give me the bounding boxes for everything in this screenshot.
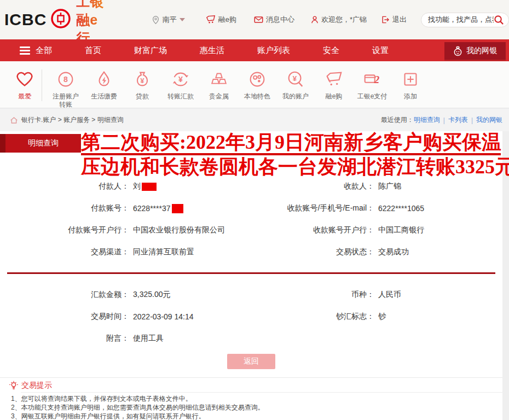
- tips-header: 交易提示: [0, 378, 502, 393]
- main-nav: 全部 首页 财富广场 惠生活 账户列表 安全 设置 我的网银: [0, 39, 509, 61]
- loan-icon: ¥: [132, 68, 153, 90]
- my-ebank-ribbon[interactable]: 我的网银: [444, 42, 506, 60]
- toolbar-divider: [42, 69, 42, 101]
- location-pin-icon: [152, 15, 160, 25]
- channel-label: 交易渠道：: [0, 247, 129, 257]
- payee-bank-label: 收款账号开户行：: [281, 225, 374, 235]
- e-mall-link[interactable]: 融e购: [206, 15, 236, 25]
- quick-item-e-pay[interactable]: 2 工银e支付: [353, 68, 391, 101]
- back-button[interactable]: 返回: [227, 354, 275, 369]
- quick-item-label: 转账汇款: [165, 92, 196, 101]
- link-separator: |: [443, 116, 445, 124]
- channel-value: 同业清算互联前置: [129, 247, 281, 257]
- payer-account-value: 6228****37: [129, 204, 281, 213]
- recent-link-detail-query[interactable]: 明细查询: [414, 115, 440, 125]
- row-time-cashflag: 交易时间： 2022-03-09 14:14 钞汇标志： 钞: [0, 306, 502, 328]
- location-label: 南平: [163, 15, 177, 25]
- currency-label: 币种：: [281, 290, 374, 300]
- local-feature-icon: [247, 68, 268, 90]
- nav-item-life[interactable]: 惠生活: [200, 45, 224, 56]
- quick-item-label: 注册账户转账: [50, 92, 82, 109]
- payer-bank-value: 中国农业银行股份有限公司: [129, 225, 281, 235]
- tips-item: 1、您可以将查询结果下载，并保存到文本或电子表格文件中。: [11, 395, 497, 403]
- quick-item-favorites[interactable]: 最爱: [9, 68, 41, 101]
- welcome-user[interactable]: 欢迎您，*广锦: [311, 15, 367, 25]
- my-ebank-label: 我的网银: [466, 46, 497, 56]
- payee-bank-value: 中国工商银行: [374, 225, 502, 235]
- row-payer-payee: 付款人： 刘 收款人： 陈广锦: [0, 176, 502, 197]
- logout-link[interactable]: 退出: [381, 15, 407, 25]
- logout-label: 退出: [392, 15, 407, 25]
- nav-item-security[interactable]: 安全: [323, 45, 339, 56]
- precious-metal-icon: [209, 68, 229, 90]
- amount-value: 3,325.00元: [129, 290, 281, 300]
- tips-section: 交易提示 1、您可以将查询结果下载，并保存到文本或电子表格文件中。 2、本功能只…: [0, 377, 502, 420]
- quick-item-register-transfer[interactable]: 8 注册账户转账: [47, 68, 85, 109]
- payee-account-label: 收款账号/手机号/E-mail：: [281, 203, 374, 213]
- button-row: 返回: [0, 354, 502, 369]
- my-account-icon: ¥: [285, 68, 306, 90]
- transfer-remit-icon: ¥: [170, 68, 191, 90]
- row-amount-currency: 汇款金额： 3,325.00元 币种： 人民币: [0, 284, 502, 306]
- quick-item-label: 本地特色: [241, 92, 273, 101]
- recent-link-card-list[interactable]: 卡列表: [448, 115, 468, 125]
- quick-item-local-feature[interactable]: 本地特色: [238, 68, 276, 101]
- nav-item-settings[interactable]: 设置: [372, 45, 389, 56]
- tab-accent-strip: [0, 134, 5, 153]
- icbc-online-banking-page: ICBC 工银融e行 南平 融e购: [0, 0, 509, 420]
- quick-item-label: 添加: [395, 92, 426, 101]
- search-input[interactable]: [428, 16, 494, 24]
- section-divider: [7, 272, 495, 274]
- quick-item-e-mall[interactable]: 融e购: [315, 68, 353, 101]
- quick-item-life-payment[interactable]: 生活缴费: [85, 68, 123, 101]
- message-center-link[interactable]: 消息中心: [254, 15, 294, 25]
- currency-value: 人民币: [374, 290, 502, 300]
- nav-item-all[interactable]: 全部: [36, 45, 52, 56]
- payer-account-label: 付款账号：: [0, 203, 129, 213]
- status-label: 交易状态：: [281, 247, 374, 257]
- bulb-icon: [9, 381, 19, 390]
- menu-hamburger-icon[interactable]: [20, 45, 30, 56]
- quick-item-transfer-remit[interactable]: ¥ 转账汇款: [161, 68, 200, 101]
- quick-item-my-account[interactable]: ¥ 我的账户: [276, 68, 315, 101]
- time-value: 2022-03-09 14:14: [129, 312, 281, 321]
- search-box[interactable]: [421, 13, 509, 27]
- register-transfer-icon: 8: [55, 68, 76, 90]
- quick-toolbar: 最爱 8 注册账户转账 生活缴费 ¥ 贷款 ¥ 转账汇款: [0, 61, 509, 108]
- breadcrumb: 银行卡.账户 > 账户服务 > 明细查询: [21, 115, 124, 125]
- row-channel-status: 交易渠道： 同业清算互联前置 交易状态： 交易成功: [0, 241, 502, 263]
- tab-detail-query[interactable]: 明细查询: [5, 134, 81, 153]
- payer-label: 付款人：: [0, 182, 129, 191]
- recent-used: 最近使用： 明细查询 | 卡列表 | 我的网银: [381, 115, 502, 125]
- svg-text:2: 2: [374, 74, 380, 85]
- row-accounts: 付款账号： 6228****37 收款账号/手机号/E-mail： 6222**…: [0, 197, 502, 219]
- icbc-logo-text: ICBC: [4, 10, 47, 29]
- redaction-block: [142, 183, 157, 191]
- transaction-detail-form: 付款人： 刘 收款人： 陈广锦 付款账号： 6228****37 收款账号/手机…: [0, 176, 502, 369]
- e-pay-icon: 2: [362, 68, 383, 90]
- heart-icon: [14, 68, 35, 90]
- payer-value: 刘: [129, 182, 281, 191]
- search-icon[interactable]: [494, 15, 504, 25]
- nav-item-wealth[interactable]: 财富广场: [134, 45, 167, 56]
- icbc-emblem-icon: [50, 8, 72, 32]
- breadcrumb-bar: 银行卡.账户 > 账户服务 > 明细查询 最近使用： 明细查询 | 卡列表 | …: [0, 109, 509, 131]
- detail-query-panel: 明细查询 第二次购买:2022年3月9日河南新乡客户购买保温 压边机和长款卷圆机…: [0, 131, 502, 420]
- quick-item-add[interactable]: 添加: [391, 68, 430, 101]
- quick-item-precious-metal[interactable]: 贵金属: [200, 68, 238, 101]
- svg-text:¥: ¥: [178, 75, 183, 84]
- nav-item-accounts[interactable]: 账户列表: [257, 45, 290, 56]
- redaction-block: [172, 204, 183, 213]
- location-selector[interactable]: 南平: [152, 15, 185, 25]
- recent-link-my-ebank[interactable]: 我的网银: [476, 115, 502, 125]
- payee-value: 陈广锦: [374, 182, 502, 191]
- quick-item-loan[interactable]: ¥ 贷款: [123, 68, 161, 101]
- memo-label: 附言：: [0, 334, 129, 343]
- welcome-label: 欢迎您，*广锦: [321, 15, 367, 25]
- quick-item-label: 工银e支付: [356, 92, 388, 101]
- status-value: 交易成功: [374, 247, 502, 257]
- payee-account-value: 6222****1065: [374, 204, 502, 213]
- nav-item-home[interactable]: 首页: [85, 45, 101, 56]
- svg-text:8: 8: [63, 75, 68, 84]
- time-label: 交易时间：: [0, 312, 129, 322]
